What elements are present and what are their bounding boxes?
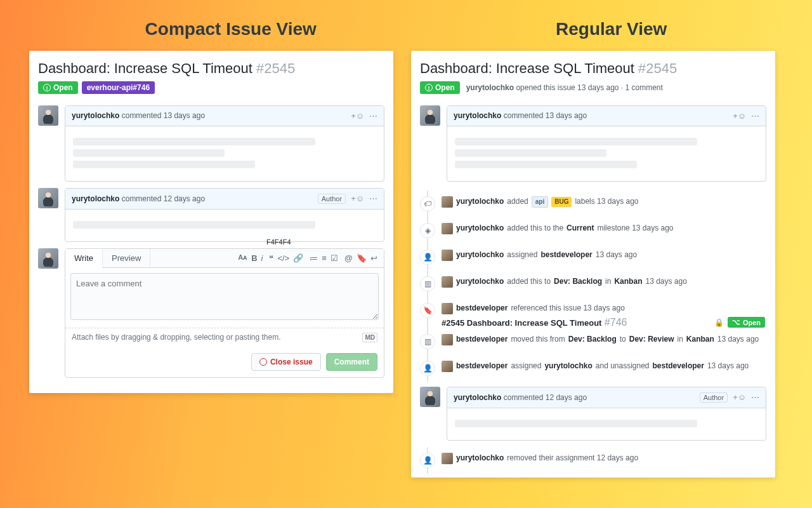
skeleton-line bbox=[455, 138, 697, 145]
add-reaction-icon[interactable]: +☺ bbox=[733, 111, 746, 121]
comment-3: yurytolochko commented 12 days ago Autho… bbox=[447, 387, 766, 441]
comment-button[interactable]: Comment bbox=[326, 353, 377, 371]
add-reaction-icon[interactable]: +☺ bbox=[351, 111, 364, 121]
avatar[interactable] bbox=[442, 223, 453, 234]
avatar[interactable] bbox=[442, 453, 453, 464]
issue-meta: yurytolochko opened this issue 13 days a… bbox=[466, 83, 663, 92]
timeline-event-milestone: ◈ yurytolochko added this to the Current… bbox=[420, 217, 766, 244]
author-badge: Author bbox=[700, 392, 728, 403]
comment-user[interactable]: yurytolochko bbox=[454, 393, 501, 402]
heading-regular: Regular View bbox=[556, 19, 667, 39]
bookmark-icon: 🔖 bbox=[420, 303, 435, 318]
issue-title: Dashboard: Increase SQL Timeout #2545 bbox=[420, 60, 766, 77]
issue-title: Dashboard: Increase SQL Timeout #2545 bbox=[38, 60, 384, 77]
git-merge-icon: ⌥ bbox=[732, 318, 740, 326]
avatar[interactable] bbox=[442, 334, 453, 345]
attach-hint[interactable]: Attach files by dragging & dropping, sel… bbox=[72, 333, 281, 342]
compact-panel: Dashboard: Increase SQL Timeout #2545 ! … bbox=[29, 51, 393, 393]
add-reaction-icon[interactable]: +☺ bbox=[733, 392, 746, 402]
comment-user[interactable]: yurytolochko bbox=[72, 194, 119, 203]
kebab-icon[interactable]: ⋯ bbox=[751, 392, 759, 402]
quote-icon[interactable]: ❝ bbox=[269, 253, 273, 263]
italic-icon[interactable]: i bbox=[261, 253, 263, 263]
tab-preview[interactable]: Preview bbox=[103, 249, 150, 267]
skeleton-line bbox=[455, 161, 637, 168]
comment-1: yurytolochko commented 13 days ago +☺ ⋯ bbox=[65, 105, 384, 182]
avatar[interactable] bbox=[420, 387, 440, 407]
timeline: 🏷 yurytolochko added api BUG labels 13 d… bbox=[420, 190, 766, 382]
avatar[interactable] bbox=[442, 303, 453, 314]
skeleton-line bbox=[73, 161, 255, 168]
close-issue-button[interactable]: Close issue bbox=[251, 353, 321, 371]
avatar[interactable] bbox=[420, 105, 440, 126]
comment-2: yurytolochko commented 12 days ago Autho… bbox=[65, 188, 384, 242]
code-icon[interactable]: </> bbox=[277, 253, 289, 263]
close-icon bbox=[259, 358, 267, 366]
skeleton-line bbox=[73, 138, 315, 145]
skeleton-line bbox=[455, 420, 697, 427]
skeleton-line bbox=[73, 221, 315, 229]
kebab-icon[interactable]: ⋯ bbox=[369, 111, 377, 121]
heading-compact: Compact Issue View bbox=[145, 19, 317, 39]
bookmark-icon[interactable]: 🔖 bbox=[357, 253, 367, 263]
timeline-event-project-move: ▥ bestdeveloper moved this from Dev: Bac… bbox=[420, 328, 766, 355]
open-badge: ! Open bbox=[38, 81, 78, 94]
markdown-icon[interactable]: MD bbox=[362, 333, 377, 342]
reply-icon[interactable]: ↩︎ bbox=[370, 253, 377, 263]
avatar[interactable] bbox=[442, 250, 453, 261]
timeline-event-unassign: 👤 yurytolochko removed their assignment … bbox=[420, 447, 766, 474]
kebab-icon[interactable]: ⋯ bbox=[369, 194, 377, 203]
ol-icon[interactable]: ≡ bbox=[322, 253, 327, 263]
lock-icon: 🔒 bbox=[714, 318, 724, 327]
issue-open-icon: ! bbox=[425, 84, 433, 91]
md-toolbar: Aᴀ B i ❝ </> 🔗 ≔ ≡ bbox=[232, 250, 384, 267]
tag-icon: 🏷 bbox=[420, 196, 435, 211]
timeline-event-reassign: 👤 bestdeveloper assigned yurytolochko an… bbox=[420, 355, 766, 382]
comment-editor: Write Preview Aᴀ B i ❝ </> 🔗 bbox=[65, 248, 384, 378]
api-badge[interactable]: everhour-api#746 bbox=[82, 81, 155, 94]
person-icon: 👤 bbox=[420, 361, 435, 376]
skeleton-line bbox=[73, 149, 225, 157]
comment-textarea[interactable] bbox=[70, 273, 379, 320]
timeline-event-labels: 🏷 yurytolochko added api BUG labels 13 d… bbox=[420, 190, 766, 217]
add-reaction-icon[interactable]: +☺ bbox=[351, 194, 364, 203]
avatar[interactable] bbox=[442, 196, 453, 208]
project-icon: ▥ bbox=[420, 334, 435, 349]
ul-icon[interactable]: ≔ bbox=[310, 253, 318, 263]
hex-hint: F4F4F4 bbox=[266, 238, 291, 246]
comment-user[interactable]: yurytolochko bbox=[454, 111, 501, 120]
label-bug[interactable]: BUG bbox=[551, 197, 572, 207]
person-icon: 👤 bbox=[420, 453, 435, 468]
avatar[interactable] bbox=[38, 188, 58, 208]
regular-panel: Dashboard: Increase SQL Timeout #2545 ! … bbox=[411, 51, 775, 478]
avatar[interactable] bbox=[442, 361, 453, 372]
person-icon: 👤 bbox=[420, 250, 435, 265]
bold-icon[interactable]: B bbox=[251, 253, 257, 263]
avatar[interactable] bbox=[38, 105, 58, 126]
timeline-event-reference: 🔖 bestdeveloper referenced this issue 13… bbox=[420, 297, 766, 319]
issue-open-icon: ! bbox=[43, 84, 51, 91]
issue-number: #2545 bbox=[256, 60, 295, 76]
comment-1: yurytolochko commented 13 days ago +☺ ⋯ bbox=[447, 105, 766, 182]
tab-write[interactable]: Write bbox=[65, 249, 103, 268]
project-icon: ▥ bbox=[420, 276, 435, 291]
label-api[interactable]: api bbox=[532, 196, 548, 208]
timeline-event-project-add: ▥ yurytolochko added this to Dev: Backlo… bbox=[420, 271, 766, 297]
link-icon[interactable]: 🔗 bbox=[293, 253, 303, 263]
author-badge: Author bbox=[318, 194, 346, 204]
timeline-event-assigned: 👤 yurytolochko assigned bestdeveloper 13… bbox=[420, 244, 766, 271]
task-icon[interactable]: ☑ bbox=[331, 253, 338, 263]
issue-title-text: Dashboard: Increase SQL Timeout bbox=[38, 60, 252, 76]
avatar[interactable] bbox=[38, 248, 58, 269]
avatar[interactable] bbox=[442, 276, 453, 288]
open-badge: ! Open bbox=[420, 81, 460, 94]
milestone-icon: ◈ bbox=[420, 223, 435, 238]
kebab-icon[interactable]: ⋯ bbox=[751, 111, 759, 121]
skeleton-line bbox=[455, 149, 606, 157]
comment-user[interactable]: yurytolochko bbox=[72, 111, 119, 120]
mention-icon[interactable]: @ bbox=[344, 253, 353, 263]
heading-icon[interactable]: Aᴀ bbox=[238, 253, 247, 263]
